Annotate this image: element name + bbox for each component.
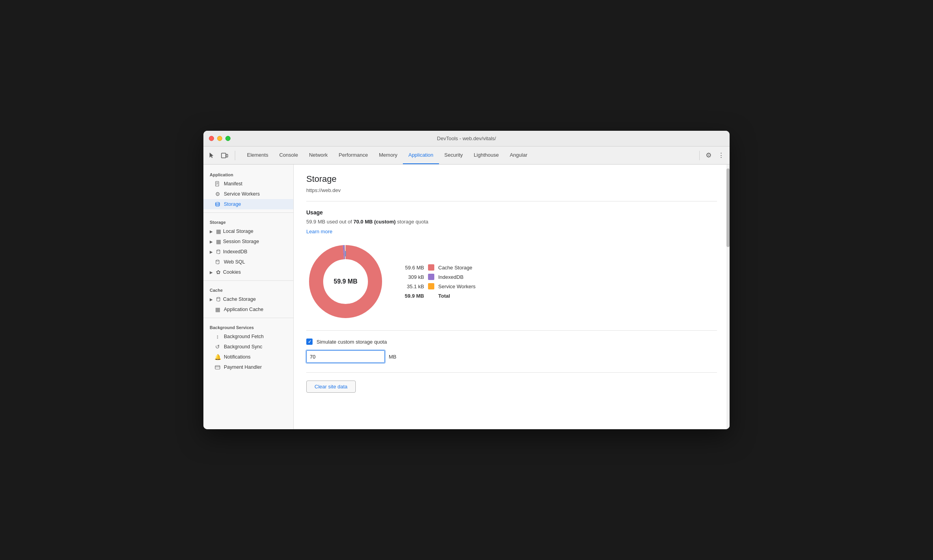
usage-used: 59.9 MB	[306, 219, 325, 225]
usage-suffix: storage quota	[397, 219, 428, 225]
expand-arrow-session-storage: ▶	[210, 240, 214, 244]
sidebar-section-application: Application	[203, 168, 293, 179]
page-title: Storage	[306, 174, 717, 184]
minimize-button[interactable]	[217, 136, 222, 141]
learn-more-link[interactable]: Learn more	[306, 229, 332, 234]
session-storage-label: Session Storage	[223, 239, 259, 244]
chart-container: 59.9 MB 59.6 MB Cache Storage 309 kB Ind…	[306, 242, 717, 321]
manifest-label: Manifest	[224, 181, 242, 187]
legend-indexeddb-color	[428, 274, 434, 280]
tab-console[interactable]: Console	[274, 146, 304, 164]
devtools-window: DevTools - web.dev/vitals/ Elements Cons…	[203, 131, 730, 429]
expand-arrow-cache-storage: ▶	[210, 297, 214, 302]
usage-prefix: used out of	[327, 219, 353, 225]
sidebar-item-manifest[interactable]: Manifest	[203, 179, 293, 189]
tab-lighthouse[interactable]: Lighthouse	[468, 146, 505, 164]
tabs-container: Elements Console Network Performance Mem…	[241, 146, 699, 164]
sidebar-section-cache: Cache	[203, 284, 293, 294]
tab-application[interactable]: Application	[403, 146, 439, 164]
svg-rect-0	[221, 153, 226, 158]
divider-3	[203, 318, 293, 318]
sidebar-section-storage: Storage	[203, 216, 293, 226]
sidebar-item-cache-storage[interactable]: ▶ Cache Storage	[203, 294, 293, 304]
svg-point-8	[216, 260, 219, 261]
usage-total-bold: 70.0 MB (custom)	[353, 219, 397, 225]
settings-icon[interactable]: ⚙	[704, 151, 713, 160]
cache-storage-label: Cache Storage	[223, 296, 256, 302]
scrollbar-track[interactable]	[726, 165, 730, 429]
clear-site-data-button[interactable]: Clear site data	[306, 381, 356, 393]
application-cache-icon: ▦	[214, 306, 221, 313]
legend-indexeddb-label: IndexedDB	[438, 274, 463, 280]
sidebar-item-session-storage[interactable]: ▶ ▦ Session Storage	[203, 236, 293, 247]
traffic-lights	[209, 136, 231, 141]
tab-elements[interactable]: Elements	[241, 146, 274, 164]
legend-cache-color	[428, 264, 434, 271]
device-toggle-icon[interactable]	[220, 151, 229, 160]
sidebar-item-service-workers[interactable]: ⚙ Service Workers	[203, 189, 293, 199]
web-sql-icon	[214, 259, 221, 265]
sidebar-item-indexeddb[interactable]: ▶ IndexedDB	[203, 247, 293, 257]
cursor-icon[interactable]	[207, 151, 217, 160]
sidebar-item-background-fetch[interactable]: ↕ Background Fetch	[203, 331, 293, 342]
cookies-icon: ✿	[215, 269, 221, 275]
storage-icon	[214, 201, 221, 207]
sidebar-item-notifications[interactable]: 🔔 Notifications	[203, 352, 293, 362]
chart-legend: 59.6 MB Cache Storage 309 kB IndexedDB 3…	[401, 264, 476, 299]
quota-unit: MB	[389, 354, 397, 360]
section-divider-2	[306, 330, 717, 331]
devtools-icons	[207, 151, 235, 160]
donut-chart: 59.9 MB	[306, 242, 385, 321]
toolbar: Elements Console Network Performance Mem…	[203, 146, 730, 165]
simulate-row: Simulate custom storage quota	[306, 339, 717, 345]
content-url: https://web.dev	[306, 187, 717, 193]
tab-memory[interactable]: Memory	[373, 146, 403, 164]
sidebar-item-payment-handler[interactable]: Payment Handler	[203, 362, 293, 372]
scrollbar-thumb[interactable]	[726, 168, 730, 247]
donut-center-label: 59.9 MB	[334, 278, 357, 285]
maximize-button[interactable]	[225, 136, 231, 141]
expand-arrow-local-storage: ▶	[210, 229, 214, 234]
sidebar-item-storage[interactable]: Storage	[203, 199, 293, 209]
web-sql-label: Web SQL	[224, 259, 245, 265]
indexeddb-icon	[215, 249, 221, 255]
section-divider-1	[306, 201, 717, 201]
titlebar: DevTools - web.dev/vitals/	[203, 131, 730, 146]
close-button[interactable]	[209, 136, 214, 141]
divider-1	[203, 212, 293, 213]
payment-handler-icon	[214, 364, 221, 370]
tab-network[interactable]: Network	[304, 146, 333, 164]
legend-total-value: 59.9 MB	[401, 293, 424, 299]
application-cache-label: Application Cache	[224, 307, 263, 312]
main-content: Application Manifest ⚙ Service Workers	[203, 165, 730, 429]
tab-security[interactable]: Security	[439, 146, 468, 164]
legend-cache-value: 59.6 MB	[401, 265, 424, 271]
svg-point-7	[217, 250, 220, 251]
usage-title: Usage	[306, 209, 717, 216]
indexeddb-label: IndexedDB	[223, 249, 247, 254]
svg-rect-10	[215, 366, 220, 369]
tab-angular[interactable]: Angular	[504, 146, 533, 164]
sidebar-item-application-cache[interactable]: ▦ Application Cache	[203, 304, 293, 315]
section-divider-3	[306, 372, 717, 373]
svg-point-9	[217, 297, 220, 298]
payment-handler-label: Payment Handler	[224, 364, 262, 370]
legend-total-label: Total	[438, 293, 450, 299]
more-options-icon[interactable]: ⋮	[716, 151, 726, 160]
quota-input[interactable]	[306, 350, 385, 363]
simulate-checkbox[interactable]	[306, 339, 313, 345]
sidebar-item-local-storage[interactable]: ▶ ▦ Local Storage	[203, 226, 293, 236]
sidebar-item-web-sql[interactable]: Web SQL	[203, 257, 293, 267]
legend-total-spacer	[428, 293, 434, 299]
expand-arrow-cookies: ▶	[210, 270, 214, 275]
tab-performance[interactable]: Performance	[333, 146, 373, 164]
background-fetch-icon: ↕	[214, 333, 221, 340]
background-sync-icon: ↺	[214, 344, 221, 350]
sidebar-item-cookies[interactable]: ▶ ✿ Cookies	[203, 267, 293, 277]
sidebar-item-background-sync[interactable]: ↺ Background Sync	[203, 342, 293, 352]
usage-total: 70.0 MB	[353, 219, 373, 225]
svg-rect-1	[226, 154, 228, 157]
background-sync-label: Background Sync	[224, 344, 262, 350]
usage-quota-type: (custom)	[374, 219, 396, 225]
legend-sw-label: Service Workers	[438, 284, 476, 289]
